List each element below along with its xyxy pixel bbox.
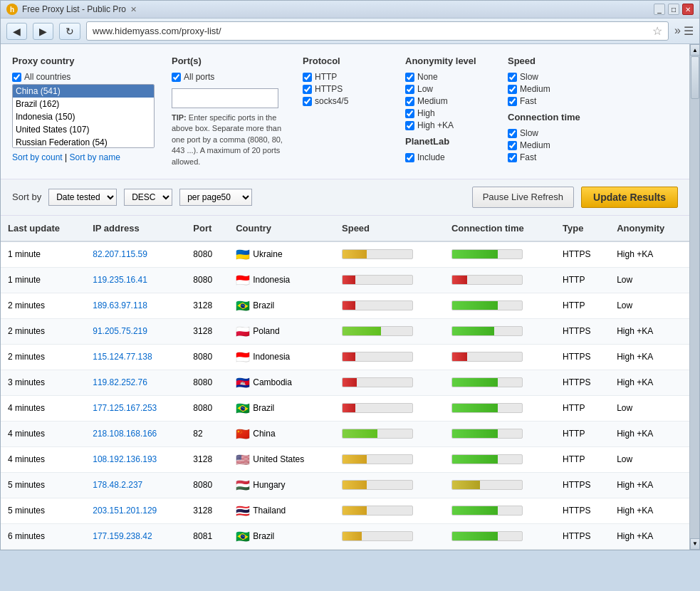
refresh-button[interactable]: ↻ bbox=[59, 23, 80, 40]
protocol-socks-checkbox[interactable] bbox=[303, 97, 312, 106]
country-name: United States bbox=[253, 454, 304, 464]
bookmark-icon[interactable]: ☆ bbox=[652, 24, 662, 38]
cell-anonymity: High +KA bbox=[610, 523, 689, 549]
anon-none-checkbox[interactable] bbox=[405, 73, 414, 82]
col-connection-time: Connection time bbox=[444, 216, 555, 241]
all-ports-checkbox[interactable] bbox=[172, 73, 181, 82]
col-type: Type bbox=[555, 216, 610, 241]
protocol-https-checkbox[interactable] bbox=[303, 85, 312, 94]
country-name: China bbox=[253, 429, 275, 439]
cell-type: HTTP bbox=[555, 395, 610, 421]
conn-slow-checkbox[interactable] bbox=[508, 129, 517, 138]
menu-icon[interactable]: ☰ bbox=[684, 24, 694, 38]
speed-medium-checkbox[interactable] bbox=[508, 85, 517, 94]
cell-speed bbox=[335, 344, 444, 370]
cell-type: HTTPS bbox=[555, 241, 610, 268]
sort-order-select[interactable]: DESC ASC bbox=[124, 189, 172, 206]
cell-port: 8080 bbox=[186, 267, 229, 293]
anon-highka-checkbox[interactable] bbox=[405, 121, 414, 130]
sort-field-select[interactable]: Date tested bbox=[48, 189, 117, 206]
scrollbar[interactable]: ▲ ▼ bbox=[689, 44, 699, 550]
tab-close-btn[interactable]: ✕ bbox=[130, 5, 137, 14]
country-option-brazil[interactable]: Brazil (162) bbox=[13, 98, 154, 110]
ip-link[interactable]: 203.151.201.129 bbox=[93, 506, 157, 516]
ports-input[interactable] bbox=[172, 88, 278, 108]
scroll-up-button[interactable]: ▲ bbox=[690, 44, 700, 56]
per-page-select[interactable]: per page50 per page30 per page100 bbox=[179, 189, 252, 206]
conn-fast-checkbox[interactable] bbox=[508, 153, 517, 162]
scroll-thumb[interactable] bbox=[691, 56, 699, 99]
anon-low-checkbox[interactable] bbox=[405, 85, 414, 94]
country-name: Brazil bbox=[253, 403, 274, 413]
cell-ip: 178.48.2.237 bbox=[85, 472, 186, 498]
update-results-button[interactable]: Update Results bbox=[581, 187, 678, 208]
conn-bar-container bbox=[451, 403, 523, 413]
speed-fast-label: Fast bbox=[520, 96, 536, 106]
cell-country: 🇹🇭Thailand bbox=[229, 498, 335, 523]
cell-last-update: 4 minutes bbox=[1, 421, 85, 446]
conn-medium-checkbox[interactable] bbox=[508, 141, 517, 150]
ip-link[interactable]: 177.125.167.253 bbox=[93, 403, 157, 413]
anon-medium-item: Medium bbox=[405, 96, 491, 106]
anon-high-checkbox[interactable] bbox=[405, 109, 414, 118]
close-button[interactable]: ✕ bbox=[682, 4, 694, 15]
cell-speed bbox=[335, 446, 444, 472]
ip-link[interactable]: 178.48.2.237 bbox=[93, 480, 142, 490]
all-ports-label: All ports bbox=[184, 72, 214, 82]
maximize-button[interactable]: □ bbox=[668, 4, 679, 15]
cell-country: 🇭🇺Hungary bbox=[229, 472, 335, 498]
ip-link[interactable]: 119.235.16.41 bbox=[93, 275, 147, 285]
extensions-icon[interactable]: » bbox=[674, 24, 681, 38]
all-countries-checkbox[interactable] bbox=[12, 73, 21, 82]
table-row: 4 minutes108.192.136.1933128🇺🇸United Sta… bbox=[1, 446, 689, 472]
sort-by-name-link[interactable]: Sort by name bbox=[70, 152, 120, 162]
speed-fast-item: Fast bbox=[508, 96, 593, 106]
cell-anonymity: Low bbox=[610, 395, 689, 421]
scroll-track[interactable] bbox=[690, 56, 699, 538]
back-button[interactable]: ◀ bbox=[6, 23, 27, 40]
conn-bar-container bbox=[451, 275, 523, 285]
protocol-http-checkbox[interactable] bbox=[303, 73, 312, 82]
scroll-down-button[interactable]: ▼ bbox=[690, 538, 700, 550]
flag-icon: 🇧🇷 bbox=[236, 299, 250, 313]
flag-icon: 🇧🇷 bbox=[236, 402, 250, 415]
conn-bar bbox=[452, 506, 498, 515]
cell-speed bbox=[335, 370, 444, 395]
minimize-button[interactable]: _ bbox=[654, 4, 665, 15]
forward-button[interactable]: ▶ bbox=[33, 23, 53, 40]
cell-port: 3128 bbox=[186, 498, 229, 523]
ip-link[interactable]: 108.192.136.193 bbox=[93, 454, 157, 464]
anon-medium-checkbox[interactable] bbox=[405, 97, 414, 106]
ip-link[interactable]: 119.82.252.76 bbox=[93, 377, 147, 387]
title-bar: h Free Proxy List - Public Pro ✕ _ □ ✕ bbox=[1, 1, 699, 19]
cell-anonymity: High +KA bbox=[610, 318, 689, 344]
country-option-indonesia[interactable]: Indonesia (150) bbox=[13, 110, 154, 123]
country-option-us[interactable]: United States (107) bbox=[13, 123, 154, 136]
country-option-russia[interactable]: Russian Federation (54) bbox=[13, 136, 154, 148]
conn-bar-container bbox=[451, 506, 523, 516]
ip-link[interactable]: 115.124.77.138 bbox=[93, 352, 152, 362]
content-area: Proxy country All countries China (541) … bbox=[1, 44, 689, 550]
speed-bar bbox=[343, 276, 355, 284]
planetlab-include-label: Include bbox=[417, 152, 445, 162]
cell-type: HTTPS bbox=[555, 523, 610, 549]
protocol-http-label: HTTP bbox=[315, 72, 337, 82]
ip-link[interactable]: 218.108.168.166 bbox=[93, 429, 157, 439]
pause-live-refresh-button[interactable]: Pause Live Refresh bbox=[472, 187, 574, 208]
ip-link[interactable]: 177.159.238.42 bbox=[93, 531, 152, 541]
ip-link[interactable]: 189.63.97.118 bbox=[93, 300, 147, 310]
country-listbox[interactable]: China (541) Brazil (162) Indonesia (150)… bbox=[12, 84, 155, 148]
speed-fast-checkbox[interactable] bbox=[508, 97, 517, 106]
planetlab-include-checkbox[interactable] bbox=[405, 153, 414, 162]
cell-country: 🇧🇷Brazil bbox=[229, 523, 335, 549]
cell-country: 🇨🇳China bbox=[229, 421, 335, 446]
col-anonymity: Anonymity bbox=[610, 216, 689, 241]
speed-slow-checkbox[interactable] bbox=[508, 73, 517, 82]
country-option-china[interactable]: China (541) bbox=[13, 85, 154, 98]
protocol-filter: Protocol HTTP HTTPS socks4/5 bbox=[303, 56, 388, 167]
ip-link[interactable]: 82.207.115.59 bbox=[93, 249, 147, 259]
sort-by-count-link[interactable]: Sort by count bbox=[12, 152, 63, 162]
address-bar[interactable]: www.hidemyass.com/proxy-list/ ☆ bbox=[86, 21, 669, 41]
ip-link[interactable]: 91.205.75.219 bbox=[93, 326, 147, 336]
conn-bar-container bbox=[451, 352, 523, 362]
